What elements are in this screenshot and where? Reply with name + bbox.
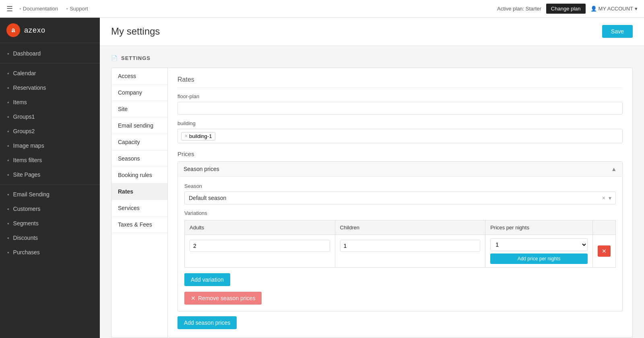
- floor-plan-input[interactable]: [178, 102, 623, 115]
- page-content: 📄 SETTINGS Access Company Site Email sen…: [100, 45, 644, 338]
- menu-item-site[interactable]: Site: [111, 101, 167, 117]
- user-icon: 👤: [590, 6, 597, 12]
- add-season-prices-button[interactable]: Add season prices: [178, 316, 237, 329]
- settings-content: Rates floor-plan building × building-1: [168, 68, 632, 337]
- customers-icon: ▪: [7, 206, 9, 212]
- tag-remove-icon[interactable]: ×: [185, 133, 188, 139]
- accordion-chevron-icon: ▲: [611, 166, 617, 172]
- menu-item-taxes-fees[interactable]: Taxes & Fees: [111, 216, 167, 233]
- sidebar-logo: a azexo: [0, 18, 100, 43]
- sidebar-item-customers[interactable]: ▪ Customers: [0, 202, 100, 216]
- chevron-down-icon: ▾: [609, 195, 611, 201]
- sidebar-item-email-sending[interactable]: ▪ Email Sending: [0, 187, 100, 202]
- layout: a azexo ▪ Dashboard ▪ Calendar ▪ Reserva…: [0, 18, 644, 338]
- clear-season-icon[interactable]: ×: [602, 195, 605, 201]
- documentation-link[interactable]: Documentation: [19, 6, 58, 12]
- sidebar-item-site-pages[interactable]: ▪ Site Pages: [0, 167, 100, 182]
- logo-text: azexo: [24, 26, 45, 35]
- season-select[interactable]: Default season × ▾: [184, 192, 616, 204]
- col-actions: [593, 221, 616, 235]
- purchases-icon: ▪: [7, 249, 9, 256]
- calendar-icon: ▪: [7, 70, 9, 76]
- remove-season-label: Remove season prices: [198, 295, 255, 301]
- sidebar-item-items-filters[interactable]: ▪ Items filters: [0, 153, 100, 167]
- adults-input[interactable]: [190, 240, 330, 252]
- main-content: My settings Save 📄 SETTINGS Access Compa…: [100, 18, 644, 338]
- menu-item-rates[interactable]: Rates: [111, 183, 167, 200]
- discounts-icon: ▪: [7, 235, 9, 241]
- add-variation-button[interactable]: Add variation: [184, 273, 230, 286]
- prices-per-nights-cell: 1 2 3 Add price per nights: [485, 235, 593, 268]
- sidebar-item-label: Email Sending: [13, 191, 50, 198]
- sidebar: a azexo ▪ Dashboard ▪ Calendar ▪ Reserva…: [0, 18, 100, 338]
- adults-cell: [185, 235, 335, 268]
- dashboard-icon: ▪: [7, 51, 9, 57]
- topbar-links: Documentation Support: [19, 6, 88, 12]
- sidebar-item-groups2[interactable]: ▪ Groups2: [0, 124, 100, 138]
- tag-label: building-1: [189, 133, 212, 139]
- remove-season-row: ✕ Remove season prices: [184, 292, 616, 305]
- action-row: Add variation: [184, 273, 616, 286]
- sidebar-item-items[interactable]: ▪ Items: [0, 95, 100, 109]
- building-tag-input[interactable]: × building-1: [178, 129, 623, 143]
- hamburger-icon[interactable]: ☰: [6, 4, 13, 13]
- menu-item-capacity[interactable]: Capacity: [111, 134, 167, 150]
- sidebar-item-label: Image maps: [13, 142, 44, 149]
- sidebar-item-discounts[interactable]: ▪ Discounts: [0, 231, 100, 245]
- items-filters-icon: ▪: [7, 157, 9, 163]
- sidebar-item-reservations[interactable]: ▪ Reservations: [0, 80, 100, 95]
- topbar-left: ☰ Documentation Support: [6, 4, 88, 13]
- menu-item-email-sending[interactable]: Email sending: [111, 117, 167, 134]
- remove-season-prices-button[interactable]: ✕ Remove season prices: [184, 292, 262, 305]
- reservations-icon: ▪: [7, 85, 9, 91]
- groups2-icon: ▪: [7, 128, 9, 134]
- table-row: 1 2 3 Add price per nights: [185, 235, 616, 268]
- delete-variation-button[interactable]: ✕: [598, 245, 611, 257]
- rates-title: Rates: [178, 76, 623, 88]
- sidebar-item-label: Calendar: [13, 70, 36, 76]
- settings-menu: Access Company Site Email sending Capaci…: [111, 68, 168, 337]
- topbar: ☰ Documentation Support Active plan: Sta…: [0, 0, 644, 18]
- sidebar-item-label: Items filters: [13, 157, 42, 163]
- sidebar-item-segments[interactable]: ▪ Segments: [0, 216, 100, 231]
- change-plan-button[interactable]: Change plan: [546, 4, 586, 14]
- support-link[interactable]: Support: [66, 6, 88, 12]
- menu-item-booking-rules[interactable]: Booking rules: [111, 167, 167, 183]
- sidebar-item-dashboard[interactable]: ▪ Dashboard: [0, 46, 100, 61]
- logo-icon: a: [6, 23, 20, 37]
- accordion-header[interactable]: Season prices ▲: [178, 162, 622, 176]
- season-select-controls: × ▾: [602, 195, 611, 201]
- menu-item-seasons[interactable]: Seasons: [111, 150, 167, 167]
- sidebar-item-calendar[interactable]: ▪ Calendar: [0, 66, 100, 80]
- col-adults: Adults: [185, 221, 335, 235]
- add-price-per-nights-button[interactable]: Add price per nights: [490, 254, 588, 264]
- page-header: My settings Save: [100, 18, 644, 45]
- sidebar-item-label: Segments: [13, 220, 39, 227]
- sidebar-item-image-maps[interactable]: ▪ Image maps: [0, 138, 100, 153]
- menu-item-company[interactable]: Company: [111, 84, 167, 101]
- menu-item-access[interactable]: Access: [111, 68, 167, 84]
- save-button[interactable]: Save: [602, 25, 633, 38]
- my-account-link[interactable]: 👤 MY ACCOUNT ▾: [590, 6, 638, 12]
- x-icon: ✕: [191, 295, 196, 301]
- image-maps-icon: ▪: [7, 143, 9, 149]
- delete-cell: ✕: [593, 235, 616, 268]
- building-label: building: [178, 120, 623, 126]
- sidebar-item-groups1[interactable]: ▪ Groups1: [0, 109, 100, 124]
- season-label: Season: [184, 183, 616, 189]
- variations-label: Variations: [184, 210, 616, 216]
- variations-table: Adults Children Prices per nights: [184, 220, 616, 268]
- sidebar-item-label: Dashboard: [13, 50, 41, 57]
- sidebar-item-label: Groups1: [13, 113, 35, 120]
- price-dropdown[interactable]: 1 2 3: [490, 238, 588, 251]
- page-title: My settings: [111, 26, 160, 37]
- sidebar-item-purchases[interactable]: ▪ Purchases: [0, 245, 100, 260]
- children-input[interactable]: [340, 240, 481, 252]
- building-tag: × building-1: [181, 132, 215, 140]
- menu-item-services[interactable]: Services: [111, 200, 167, 216]
- sidebar-item-label: Reservations: [13, 84, 46, 91]
- sidebar-item-label: Items: [13, 99, 27, 105]
- col-prices-per-nights: Prices per nights: [485, 221, 593, 235]
- season-select-text: Default season: [189, 195, 226, 201]
- prices-title: Prices: [178, 150, 623, 157]
